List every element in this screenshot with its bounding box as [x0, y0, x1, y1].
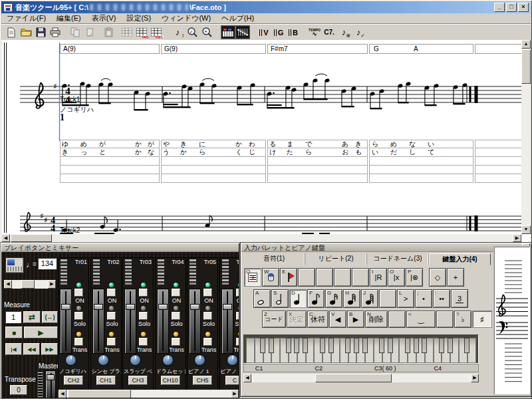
- piano-scroll-left-icon[interactable]: ◀: [243, 374, 251, 382]
- piano-key-black[interactable]: [464, 338, 469, 353]
- zoom-select-icon[interactable]: +: [200, 25, 214, 39]
- piano-roll-icon[interactable]: [221, 25, 235, 39]
- chord-cell-3[interactable]: GA: [369, 44, 473, 54]
- balance-editor-icon[interactable]: B: [286, 25, 301, 39]
- lyrics-cell-r2c1[interactable]: きっとかな: [60, 148, 160, 157]
- maximize-button[interactable]: □: [506, 3, 517, 12]
- note-properties-icon[interactable]: ♪⊕: [336, 25, 351, 39]
- menu-item-4[interactable]: ウィンドウ(W): [156, 13, 216, 24]
- piano-key-black[interactable]: [362, 338, 368, 353]
- master-fader-thumb[interactable]: [47, 374, 55, 380]
- piano-key-black[interactable]: [294, 338, 299, 353]
- palette-key-+[interactable]: +: [447, 268, 464, 287]
- title-bar[interactable]: 音楽ツクール95+ [ C:\\Face.oto ] _ □ ×: [1, 1, 531, 13]
- palette-key-J[interactable]: J: [361, 289, 378, 308]
- score-hscroll-right-icon[interactable]: ▶: [513, 234, 521, 242]
- master-fader[interactable]: [45, 370, 56, 398]
- palette-key-;[interactable]: ;•: [415, 289, 432, 308]
- on-button[interactable]: [139, 289, 148, 297]
- chord-cell-0[interactable]: A(9): [60, 44, 160, 54]
- new-file-icon[interactable]: [4, 25, 19, 39]
- solo-button[interactable]: [74, 312, 83, 320]
- trans-button[interactable]: [139, 338, 148, 346]
- palette-key-Z[interactable]: Zコード: [262, 311, 286, 328]
- piano-key-black[interactable]: [405, 338, 410, 353]
- trans-button[interactable]: [236, 338, 239, 346]
- loop-button[interactable]: ⇄: [23, 311, 41, 323]
- on-button[interactable]: [172, 289, 180, 297]
- piano-key-black[interactable]: [260, 338, 265, 353]
- lyrics-cell-r3c1[interactable]: [60, 157, 160, 166]
- palette-key-D[interactable]: D: [289, 289, 307, 308]
- lyrics-cell-r1c5[interactable]: [475, 140, 522, 148]
- channel-fader-thumb[interactable]: [190, 304, 200, 310]
- lyrics-cell-r5c2[interactable]: [161, 174, 266, 183]
- trans-button[interactable]: [172, 338, 180, 346]
- on-button[interactable]: [107, 289, 116, 297]
- trans-button[interactable]: [74, 338, 83, 346]
- score-vscroll-thumb[interactable]: [521, 49, 531, 84]
- palette-key-X[interactable]: X決定: [287, 311, 307, 328]
- palette-key-P[interactable]: P|⊗: [406, 268, 423, 287]
- chord-cell-2[interactable]: F#m7: [267, 44, 368, 54]
- channel-fader-thumb[interactable]: [94, 304, 103, 310]
- play-button[interactable]: ▶: [24, 327, 58, 338]
- channel-button[interactable]: CH2: [64, 376, 83, 385]
- piano-key-black[interactable]: [269, 338, 274, 353]
- channel-button[interactable]: CH1: [96, 376, 116, 385]
- solo-button[interactable]: [236, 312, 239, 320]
- span-button[interactable]: (↔): [42, 311, 58, 323]
- chord-editor-icon[interactable]: C7.: [322, 25, 336, 39]
- channel-button[interactable]: CH5: [193, 376, 212, 385]
- pan-knob[interactable]: [162, 354, 174, 366]
- menu-item-5[interactable]: ヘルプ(H): [216, 13, 259, 24]
- palette-key-V[interactable]: V◀: [329, 311, 346, 328]
- channel-fader[interactable]: [157, 289, 169, 354]
- channel-fader-thumb[interactable]: [126, 304, 135, 310]
- palette-key-◇[interactable]: ◇: [429, 268, 446, 287]
- lyrics-cell-r2c3[interactable]: けたらおも: [267, 148, 368, 157]
- channel-fader-thumb[interactable]: [223, 304, 232, 310]
- pan-knob[interactable]: [194, 354, 205, 366]
- score-area[interactable]: A(9)G(9)F#m7GATrack1ノコギリハ1Track2シンセ ブラス …: [1, 40, 531, 242]
- lyrics-cell-r1c2[interactable]: やきにかわ: [161, 140, 266, 148]
- piano-key-black[interactable]: [320, 338, 325, 353]
- go-start-button[interactable]: |◀: [5, 343, 22, 355]
- trans-button[interactable]: [107, 338, 116, 346]
- channel-fader-thumb[interactable]: [61, 304, 70, 310]
- open-file-icon[interactable]: [19, 25, 33, 39]
- piano-key-black[interactable]: [345, 338, 350, 353]
- pan-knob[interactable]: [130, 354, 141, 366]
- piano-key-white[interactable]: [246, 338, 255, 363]
- solo-button[interactable]: [203, 312, 212, 320]
- velocity-editor-icon[interactable]: V: [257, 25, 271, 39]
- minimize-button[interactable]: _: [494, 3, 505, 12]
- palette-key-?[interactable]: ?♭: [454, 311, 471, 328]
- lyrics-cell-r5c5[interactable]: [475, 174, 522, 183]
- palette-key-I[interactable]: I|R: [370, 268, 387, 287]
- tab-3[interactable]: コードネーム(3): [367, 253, 429, 265]
- chord-cell-1[interactable]: G(9): [161, 44, 266, 54]
- palette-key-F[interactable]: F: [307, 289, 325, 308]
- piano-key-black[interactable]: [414, 338, 419, 353]
- delete-measure-icon[interactable]: DEL: [149, 25, 164, 39]
- lyrics-cell-r5c4[interactable]: [369, 174, 473, 183]
- print-icon[interactable]: [48, 25, 63, 39]
- piano-key-black[interactable]: [379, 338, 384, 353]
- on-button[interactable]: [74, 289, 83, 297]
- piano-key-black[interactable]: [388, 338, 393, 353]
- solo-button[interactable]: [107, 312, 116, 320]
- palette-key-A[interactable]: A: [253, 289, 271, 308]
- channel-fader[interactable]: [221, 289, 233, 354]
- score-hscroll-left-icon[interactable]: ◀: [1, 234, 10, 242]
- lyrics-cell-r4c5[interactable]: [475, 166, 522, 174]
- quantize-icon[interactable]: ♪✓: [351, 25, 366, 39]
- menu-item-0[interactable]: ファイル(F): [1, 13, 51, 24]
- palette-key-G[interactable]: G: [325, 289, 342, 308]
- palette-key-Q[interactable]: Q: [244, 268, 261, 287]
- measure-value[interactable]: 1: [5, 311, 21, 323]
- score-vscroll-up-icon[interactable]: ▲: [521, 40, 531, 49]
- tab-1[interactable]: 音符(1): [243, 253, 305, 265]
- note-step-icon[interactable]: ♪↕: [170, 25, 185, 39]
- lyrics-cell-r3c5[interactable]: [475, 157, 522, 166]
